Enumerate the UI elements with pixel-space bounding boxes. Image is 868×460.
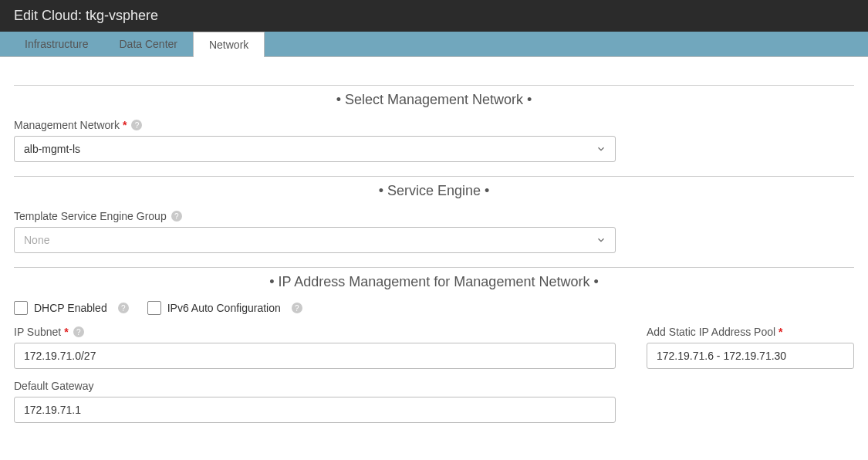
label-static-ip-pool: Add Static IP Address Pool * — [647, 326, 783, 338]
select-service-engine-group[interactable] — [14, 227, 616, 253]
checkbox-label: IPv6 Auto Configuration — [167, 302, 281, 314]
help-icon[interactable]: ? — [292, 303, 302, 313]
section-divider — [14, 267, 854, 268]
required-marker: * — [64, 326, 68, 338]
checkbox-label: DHCP Enabled — [34, 302, 107, 314]
section-divider — [14, 85, 854, 86]
help-icon[interactable]: ? — [171, 211, 182, 222]
checkbox-ipv6-auto[interactable]: IPv6 Auto Configuration ? — [147, 301, 302, 315]
required-marker: * — [123, 119, 127, 131]
input-default-gateway[interactable] — [14, 397, 616, 423]
select-management-network-input[interactable] — [14, 136, 616, 162]
input-ip-subnet[interactable] — [14, 343, 616, 369]
section-title-service-engine: • Service Engine • — [14, 183, 854, 199]
checkbox-box[interactable] — [147, 301, 161, 315]
window-title: Edit Cloud: tkg-vsphere — [0, 0, 868, 32]
tab-data-center[interactable]: Data Center — [103, 32, 192, 56]
label-service-engine-group: Template Service Engine Group ? — [14, 210, 182, 222]
section-title-ipam: • IP Address Management for Management N… — [14, 274, 854, 290]
label-ip-subnet: IP Subnet * ? — [14, 326, 84, 338]
input-static-ip-pool[interactable] — [647, 343, 854, 369]
tab-bar: Infrastructure Data Center Network — [0, 32, 868, 57]
help-icon[interactable]: ? — [118, 303, 129, 313]
section-title-mgmt-network: • Select Management Network • — [14, 92, 854, 108]
select-management-network[interactable] — [14, 136, 616, 162]
section-divider — [14, 176, 854, 177]
checkbox-box[interactable] — [14, 301, 28, 315]
tab-network[interactable]: Network — [193, 32, 265, 57]
tab-infrastructure[interactable]: Infrastructure — [9, 32, 103, 56]
help-icon[interactable]: ? — [131, 120, 142, 130]
label-management-network: Management Network * ? — [14, 119, 142, 131]
label-default-gateway: Default Gateway — [14, 380, 94, 392]
checkbox-dhcp-enabled[interactable]: DHCP Enabled ? — [14, 301, 129, 315]
required-marker: * — [778, 326, 782, 338]
select-service-engine-group-input[interactable] — [14, 227, 616, 253]
help-icon[interactable]: ? — [73, 326, 84, 337]
